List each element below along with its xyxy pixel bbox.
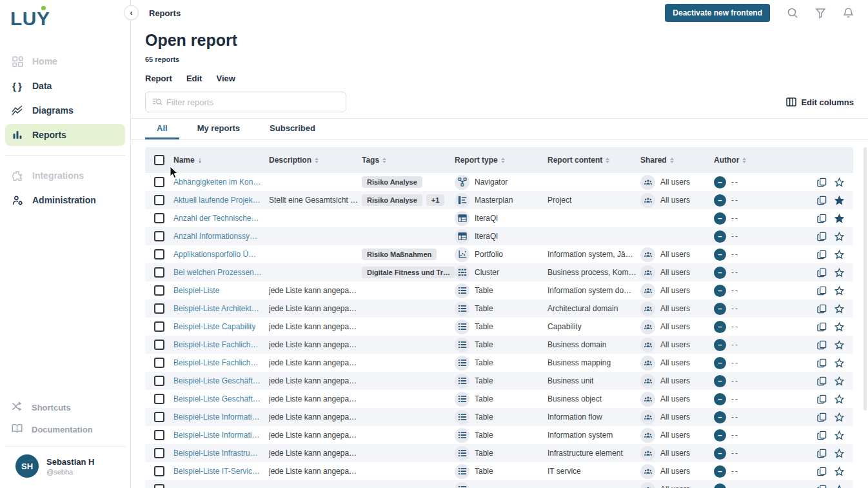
copy-icon[interactable] — [817, 376, 827, 386]
sidebar-item-documentation[interactable]: Documentation — [5, 419, 125, 440]
copy-icon[interactable] — [817, 394, 827, 404]
row-checkbox[interactable] — [154, 231, 164, 241]
copy-icon[interactable] — [817, 358, 827, 368]
sidebar-item-reports[interactable]: Reports — [5, 124, 125, 146]
row-checkbox[interactable] — [154, 249, 164, 259]
select-all-checkbox[interactable] — [154, 155, 164, 165]
sidebar-item-administration[interactable]: Administration — [5, 189, 125, 211]
copy-icon[interactable] — [817, 178, 827, 187]
copy-icon[interactable] — [817, 196, 827, 205]
menu-view[interactable]: View — [216, 74, 235, 83]
tab-subscribed[interactable]: Subscribed — [258, 119, 327, 139]
luy-logo[interactable]: LUY — [0, 0, 58, 41]
report-name-link[interactable]: Applikationsporfolio Ü… — [173, 250, 256, 259]
column-header-description[interactable]: Description — [269, 147, 362, 173]
notifications-bell-icon[interactable] — [843, 7, 854, 19]
star-icon[interactable] — [834, 214, 844, 223]
copy-icon[interactable] — [817, 304, 827, 314]
report-name-link[interactable]: Anzahl Informationssy… — [173, 232, 257, 241]
report-name-link[interactable]: Beispiel-Liste Geschäft… — [173, 376, 261, 385]
menu-edit[interactable]: Edit — [186, 74, 202, 83]
report-name-link[interactable]: Beispiel-Liste Architekt… — [173, 304, 259, 313]
copy-icon[interactable] — [817, 214, 827, 223]
vertical-scrollbar[interactable] — [863, 147, 867, 411]
star-icon[interactable] — [834, 485, 844, 488]
sidebar-item-data[interactable]: { } Data — [5, 75, 125, 97]
report-name-link[interactable]: Beispiel-Liste Fachlich… — [173, 340, 258, 349]
row-checkbox[interactable] — [154, 430, 164, 440]
report-name-link[interactable]: Beispiel-Liste Fachlich… — [173, 358, 258, 367]
column-header-shared[interactable]: Shared — [640, 147, 714, 173]
row-checkbox[interactable] — [154, 213, 164, 223]
copy-icon[interactable] — [817, 322, 827, 332]
star-icon[interactable] — [834, 304, 844, 314]
row-checkbox[interactable] — [154, 376, 164, 386]
star-icon[interactable] — [834, 340, 844, 350]
row-checkbox[interactable] — [154, 448, 164, 458]
copy-icon[interactable] — [817, 286, 827, 296]
row-checkbox[interactable] — [154, 285, 164, 296]
tab-all[interactable]: All — [145, 119, 179, 139]
star-icon[interactable] — [834, 178, 844, 187]
star-icon[interactable] — [834, 394, 844, 404]
report-name-link[interactable]: Anzahl der Technische… — [173, 214, 259, 223]
row-checkbox[interactable] — [154, 394, 164, 404]
column-header-tags[interactable]: Tags — [362, 147, 455, 173]
star-icon[interactable] — [834, 467, 844, 476]
copy-icon[interactable] — [817, 485, 827, 488]
report-name-link[interactable]: Beispiel-Liste Infrastru… — [173, 449, 258, 458]
search-icon[interactable] — [787, 7, 798, 19]
deactivate-frontend-button[interactable]: Deactivate new frontend — [665, 4, 770, 22]
star-icon[interactable] — [834, 232, 844, 241]
report-name-link[interactable]: Abhängigkeiten im Kon… — [173, 178, 261, 187]
star-icon[interactable] — [834, 322, 844, 332]
star-icon[interactable] — [834, 412, 844, 422]
star-icon[interactable] — [834, 431, 844, 440]
star-icon[interactable] — [834, 268, 844, 278]
sidebar-item-integrations[interactable]: Integrations — [5, 165, 125, 187]
report-name-link[interactable]: Beispiel-Liste Informati… — [173, 412, 259, 422]
column-header-report-content[interactable]: Report content — [547, 147, 640, 173]
user-profile[interactable]: SH Sebastian H @sebha — [5, 446, 125, 488]
row-checkbox[interactable] — [154, 412, 164, 422]
tab-my-reports[interactable]: My reports — [186, 119, 252, 139]
star-icon[interactable] — [834, 376, 844, 386]
row-checkbox[interactable] — [154, 177, 164, 187]
copy-icon[interactable] — [817, 268, 827, 278]
sidebar-collapse-button[interactable]: ‹ — [124, 5, 139, 20]
copy-icon[interactable] — [817, 449, 827, 458]
sidebar-item-home[interactable]: Home — [5, 50, 125, 72]
row-checkbox[interactable] — [154, 466, 164, 476]
column-header-author[interactable]: Author — [714, 147, 807, 173]
menu-report[interactable]: Report — [145, 74, 172, 83]
row-checkbox[interactable] — [154, 195, 164, 205]
star-icon[interactable] — [834, 286, 844, 296]
row-checkbox[interactable] — [154, 303, 164, 314]
report-name-link[interactable]: Bei welchen Prozessen… — [173, 268, 262, 277]
column-header-name[interactable]: Name↓ — [173, 147, 269, 173]
row-checkbox[interactable] — [154, 321, 164, 332]
report-name-link[interactable]: Beispiel-Liste Capability — [173, 322, 255, 331]
star-icon[interactable] — [834, 196, 844, 205]
report-name-link[interactable]: Beispiel-Liste — [173, 286, 219, 295]
row-checkbox[interactable] — [154, 340, 164, 350]
star-icon[interactable] — [834, 250, 844, 259]
row-checkbox[interactable] — [154, 358, 164, 368]
copy-icon[interactable] — [817, 250, 827, 259]
sidebar-item-diagrams[interactable]: Diagrams — [5, 99, 125, 121]
row-checkbox[interactable] — [154, 484, 164, 488]
star-icon[interactable] — [834, 449, 844, 458]
filter-icon[interactable] — [815, 8, 826, 19]
copy-icon[interactable] — [817, 340, 827, 350]
star-icon[interactable] — [834, 358, 844, 368]
filter-reports-input[interactable] — [166, 97, 339, 107]
copy-icon[interactable] — [817, 412, 827, 422]
copy-icon[interactable] — [817, 467, 827, 476]
edit-columns-button[interactable]: Edit columns — [786, 97, 854, 107]
report-name-link[interactable]: Beispiel-Liste Informati… — [173, 431, 259, 440]
column-header-report-type[interactable]: Report type — [455, 147, 547, 173]
report-name-link[interactable]: Beispiel-Liste Geschäft… — [173, 394, 261, 403]
copy-icon[interactable] — [817, 232, 827, 241]
row-checkbox[interactable] — [154, 267, 164, 278]
copy-icon[interactable] — [817, 431, 827, 440]
